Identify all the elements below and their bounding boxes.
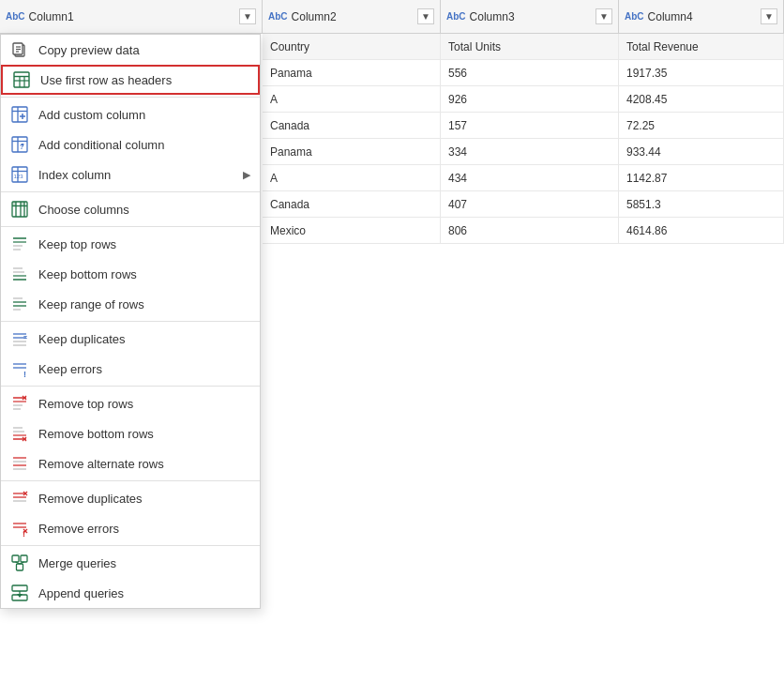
column-headers-row: AbC Column1 ▼ AbC Column2 ▼ AbC Column3 …	[0, 0, 784, 34]
menu-item-choose-columns[interactable]: Choose columns	[1, 194, 260, 224]
svg-rect-30	[12, 202, 16, 206]
table-row: Canada 407 5851.3	[263, 191, 784, 218]
divider-6	[1, 480, 260, 481]
menu-label-remove-duplicates: Remove duplicates	[38, 492, 143, 506]
copy-icon	[10, 40, 29, 59]
menu-label-choose-columns: Choose columns	[38, 203, 129, 217]
cell-units-3: 334	[441, 139, 619, 164]
keep-errors-icon: !	[10, 359, 29, 378]
menu-label-merge-queries: Merge queries	[38, 556, 116, 570]
menu-label-keep-top-rows: Keep top rows	[38, 237, 116, 251]
header-cell-country: Country	[263, 34, 441, 59]
cell-units-5: 407	[441, 191, 619, 217]
menu-item-keep-range-rows[interactable]: Keep range of rows	[1, 289, 260, 319]
cell-country-3: Panama	[263, 139, 441, 164]
divider-1	[1, 97, 260, 98]
svg-rect-79	[21, 555, 27, 562]
remove-errors-icon: !	[10, 519, 29, 538]
add-conditional-col-icon: ?	[10, 135, 29, 154]
svg-rect-78	[12, 555, 19, 562]
cell-revenue-0: 1917.35	[619, 60, 784, 85]
menu-label-add-conditional-col: Add conditional column	[38, 138, 164, 152]
cell-units-0: 556	[441, 60, 619, 85]
cell-country-5: Canada	[263, 191, 441, 217]
keep-top-rows-icon	[10, 235, 29, 253]
menu-item-keep-top-rows[interactable]: Keep top rows	[1, 229, 260, 259]
menu-label-append-queries: Append queries	[38, 586, 124, 600]
col1-name: Column1	[29, 10, 236, 23]
svg-rect-83	[12, 585, 27, 591]
menu-label-copy-preview: Copy preview data	[38, 43, 140, 57]
svg-marker-86	[17, 594, 23, 598]
menu-item-remove-top-rows[interactable]: Remove top rows	[1, 388, 260, 418]
divider-4	[1, 321, 260, 322]
cell-revenue-3: 933.44	[619, 139, 784, 164]
table-header-row: Country Total Units Total Revenue	[263, 34, 784, 60]
menu-item-keep-duplicates[interactable]: = Keep duplicates	[1, 324, 260, 354]
cell-units-1: 926	[441, 86, 619, 112]
menu-item-add-conditional-col[interactable]: ? Add conditional column	[1, 129, 260, 159]
menu-item-index-col[interactable]: 123 Index column ▶	[1, 159, 260, 190]
table-row: A 434 1142.87	[263, 165, 784, 191]
col-header-4: AbC Column4 ▼	[619, 0, 784, 33]
cell-revenue-2: 72.25	[619, 113, 784, 138]
menu-label-index-col: Index column	[38, 168, 111, 182]
col3-type-icon: AbC	[446, 11, 466, 22]
menu-item-remove-duplicates[interactable]: Remove duplicates	[1, 483, 260, 513]
menu-label-remove-bottom-rows: Remove bottom rows	[38, 427, 154, 441]
menu-item-remove-alternate-rows[interactable]: Remove alternate rows	[1, 448, 260, 478]
remove-duplicates-icon	[10, 489, 29, 508]
svg-rect-80	[17, 564, 23, 570]
menu-label-remove-top-rows: Remove top rows	[38, 397, 133, 411]
divider-5	[1, 386, 260, 387]
menu-item-copy-preview[interactable]: Copy preview data	[1, 35, 260, 65]
table-row: A 926 4208.45	[263, 86, 784, 113]
col1-dropdown-button[interactable]: ▼	[239, 8, 256, 24]
col2-dropdown-button[interactable]: ▼	[417, 8, 434, 24]
remove-alternate-rows-icon	[10, 454, 29, 473]
keep-bottom-rows-icon	[10, 265, 29, 283]
index-col-arrow-icon: ▶	[243, 169, 250, 181]
cell-revenue-6: 4614.86	[619, 218, 784, 243]
col1-type-icon: AbC	[6, 11, 25, 22]
col4-type-icon: AbC	[625, 11, 644, 22]
menu-item-merge-queries[interactable]: Merge queries	[1, 548, 260, 578]
svg-text:=: =	[23, 334, 27, 341]
svg-text:123: 123	[14, 174, 24, 179]
table-row: Mexico 806 4614.86	[263, 218, 784, 244]
cell-revenue-4: 1142.87	[619, 165, 784, 190]
menu-label-add-custom-col: Add custom column	[38, 108, 145, 122]
menu-item-remove-errors[interactable]: ! Remove errors	[1, 513, 260, 543]
svg-rect-31	[21, 202, 24, 206]
menu-item-add-custom-col[interactable]: Add custom column	[1, 99, 260, 129]
keep-duplicates-icon: =	[10, 329, 29, 348]
header-cell-revenue: Total Revenue	[619, 34, 784, 59]
menu-item-use-first-row[interactable]: Use first row as headers	[1, 65, 260, 95]
col3-dropdown-button[interactable]: ▼	[596, 8, 612, 24]
table-row: Canada 157 72.25	[263, 113, 784, 139]
menu-item-append-queries[interactable]: Append queries	[1, 578, 260, 608]
keep-range-rows-icon	[10, 295, 29, 313]
divider-7	[1, 545, 260, 546]
table-row: Panama 556 1917.35	[263, 60, 784, 86]
cell-units-4: 434	[441, 165, 619, 190]
menu-item-remove-bottom-rows[interactable]: Remove bottom rows	[1, 418, 260, 448]
menu-item-keep-bottom-rows[interactable]: Keep bottom rows	[1, 259, 260, 289]
header-cell-units: Total Units	[441, 34, 619, 59]
merge-queries-icon	[10, 554, 29, 572]
cell-units-2: 157	[441, 113, 619, 138]
col-header-1: AbC Column1 ▼	[0, 0, 263, 33]
menu-label-keep-duplicates: Keep duplicates	[38, 332, 126, 346]
context-menu: Copy preview data Use first row as heade…	[0, 34, 261, 609]
cell-country-2: Canada	[263, 113, 441, 138]
menu-item-keep-errors[interactable]: ! Keep errors	[1, 354, 260, 384]
cell-country-1: A	[263, 86, 441, 112]
cell-country-0: Panama	[263, 60, 441, 85]
svg-rect-10	[12, 107, 27, 122]
cell-revenue-1: 4208.45	[619, 86, 784, 112]
menu-label-keep-bottom-rows: Keep bottom rows	[38, 267, 137, 281]
col4-dropdown-button[interactable]: ▼	[761, 8, 777, 24]
add-custom-col-icon	[10, 105, 29, 124]
choose-cols-icon	[10, 200, 29, 219]
col3-name: Column3	[470, 10, 593, 23]
